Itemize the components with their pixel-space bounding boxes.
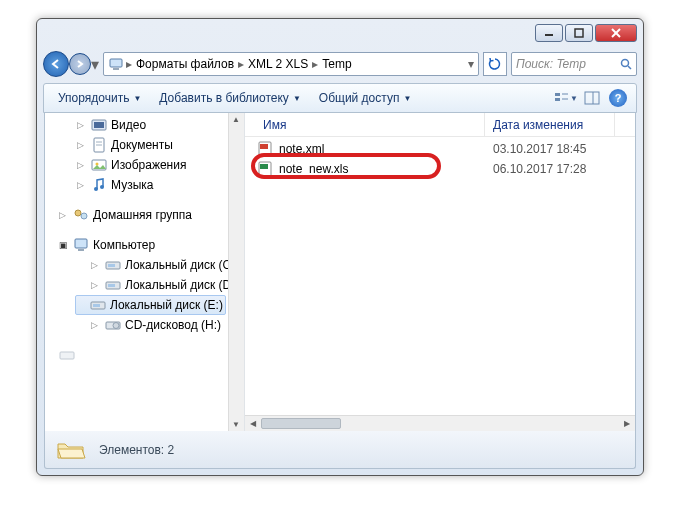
svg-rect-26	[78, 249, 84, 251]
horizontal-scrollbar[interactable]: ◀ ▶	[245, 415, 635, 431]
breadcrumb-dropdown-icon[interactable]: ▾	[468, 57, 474, 71]
svg-rect-32	[93, 304, 100, 307]
expander-icon: ▷	[91, 280, 101, 290]
expander-icon: ▷	[91, 260, 101, 270]
file-date: 06.10.2017 17:28	[493, 162, 623, 176]
file-pane: Имя Дата изменения note.xml 03.10.2017 1…	[245, 113, 635, 431]
history-dropdown-icon[interactable]: ▾	[91, 55, 99, 74]
explorer-window: ▾ ▸ Форматы файлов ▸ XML 2 XLS ▸ Temp ▾ …	[36, 18, 644, 476]
sidebar-item-documents[interactable]: ▷ Документы	[45, 135, 244, 155]
forward-button[interactable]	[69, 53, 91, 75]
expander-icon: ▷	[77, 160, 87, 170]
column-header-name[interactable]: Имя	[255, 113, 485, 136]
file-name: note.xml	[279, 142, 324, 156]
svg-rect-25	[75, 239, 87, 248]
documents-library-icon	[91, 137, 107, 153]
expander-icon: ▷	[77, 140, 87, 150]
sidebar-item-drive-c[interactable]: ▷ Локальный диск (C:)	[45, 255, 244, 275]
svg-point-6	[622, 60, 629, 67]
svg-rect-39	[260, 164, 268, 169]
file-name: note_new.xls	[279, 162, 348, 176]
help-button[interactable]: ?	[606, 86, 630, 110]
svg-rect-15	[94, 122, 104, 128]
expander-icon: ▷	[91, 320, 101, 330]
video-library-icon	[91, 117, 107, 133]
xml-file-icon	[257, 141, 273, 157]
sidebar-item-drive-d[interactable]: ▷ Локальный диск (D:)	[45, 275, 244, 295]
add-to-library-button[interactable]: Добавить в библиотеку▼	[151, 87, 308, 109]
file-list: note.xml 03.10.2017 18:45 note_new.xls 0…	[245, 137, 635, 181]
homegroup-icon	[73, 207, 89, 223]
preview-pane-button[interactable]	[580, 86, 604, 110]
search-input[interactable]: Поиск: Temp	[511, 52, 637, 76]
breadcrumb[interactable]: ▸ Форматы файлов ▸ XML 2 XLS ▸ Temp ▾	[103, 52, 479, 76]
column-header-date[interactable]: Дата изменения	[485, 113, 615, 136]
chevron-down-icon: ▼	[293, 94, 301, 103]
scroll-right-icon[interactable]: ▶	[619, 416, 635, 431]
search-icon	[620, 58, 632, 70]
expander-icon: ▷	[59, 210, 69, 220]
svg-rect-28	[108, 264, 115, 267]
svg-point-21	[94, 187, 98, 191]
view-options-button[interactable]: ▼	[554, 86, 578, 110]
drive-icon	[105, 277, 121, 293]
expander-icon: ▷	[77, 120, 87, 130]
crumb-0[interactable]: Форматы файлов	[134, 57, 236, 71]
chevron-down-icon: ▼	[570, 94, 578, 103]
sidebar-scrollbar[interactable]	[228, 113, 244, 431]
refresh-button[interactable]	[483, 52, 507, 76]
folder-open-icon	[55, 438, 87, 462]
navbar: ▾ ▸ Форматы файлов ▸ XML 2 XLS ▸ Temp ▾ …	[43, 47, 637, 81]
chevron-right-icon: ▸	[236, 57, 246, 71]
computer-icon	[108, 57, 124, 71]
crumb-1[interactable]: XML 2 XLS	[246, 57, 310, 71]
minimize-button[interactable]	[535, 24, 563, 42]
svg-point-23	[75, 210, 81, 216]
content-area: ▷ Видео ▷ Документы ▷ Изображения ▷	[44, 113, 636, 431]
maximize-button[interactable]	[565, 24, 593, 42]
chevron-right-icon: ▸	[310, 57, 320, 71]
column-headers: Имя Дата изменения	[245, 113, 635, 137]
sidebar-item-homegroup[interactable]: ▷ Домашняя группа	[45, 205, 244, 225]
svg-rect-12	[585, 92, 599, 104]
titlebar	[37, 19, 643, 47]
help-icon: ?	[609, 89, 627, 107]
expander-icon: ▷	[77, 180, 87, 190]
sidebar-item-computer[interactable]: ▣ Компьютер	[45, 235, 244, 255]
crumb-2[interactable]: Temp	[320, 57, 353, 71]
chevron-down-icon: ▼	[133, 94, 141, 103]
svg-point-22	[100, 185, 104, 189]
sidebar-item-drive-h[interactable]: ▷ CD-дисковод (H:)	[45, 315, 244, 335]
organize-button[interactable]: Упорядочить▼	[50, 87, 149, 109]
svg-rect-1	[575, 29, 583, 37]
sidebar-item-drive-e[interactable]: Локальный диск (E:)	[75, 295, 226, 315]
share-button[interactable]: Общий доступ▼	[311, 87, 420, 109]
nav-tree: ▷ Видео ▷ Документы ▷ Изображения ▷	[45, 113, 245, 431]
drive-icon	[90, 297, 106, 313]
svg-rect-37	[260, 144, 268, 149]
sidebar-item-video[interactable]: ▷ Видео	[45, 115, 244, 135]
svg-rect-4	[110, 59, 122, 67]
chevron-down-icon: ▼	[403, 94, 411, 103]
cd-drive-icon	[105, 317, 121, 333]
search-placeholder: Поиск: Temp	[516, 57, 586, 71]
status-bar: Элементов: 2	[44, 431, 636, 469]
chevron-right-icon: ▸	[124, 57, 134, 71]
pictures-library-icon	[91, 157, 107, 173]
close-button[interactable]	[595, 24, 637, 42]
sidebar-item-pictures[interactable]: ▷ Изображения	[45, 155, 244, 175]
sidebar-item-music[interactable]: ▷ Музыка	[45, 175, 244, 195]
file-row[interactable]: note_new.xls 06.10.2017 17:28	[245, 159, 635, 179]
nav-arrows: ▾	[43, 51, 99, 77]
computer-icon	[73, 237, 89, 253]
status-text: Элементов: 2	[99, 443, 174, 457]
scroll-thumb[interactable]	[261, 418, 341, 429]
file-date: 03.10.2017 18:45	[493, 142, 623, 156]
file-row[interactable]: note.xml 03.10.2017 18:45	[245, 139, 635, 159]
drive-icon	[105, 257, 121, 273]
svg-rect-9	[555, 98, 560, 101]
scroll-left-icon[interactable]: ◀	[245, 416, 261, 431]
music-library-icon	[91, 177, 107, 193]
sidebar-item-unknown[interactable]	[45, 345, 244, 365]
back-button[interactable]	[43, 51, 69, 77]
